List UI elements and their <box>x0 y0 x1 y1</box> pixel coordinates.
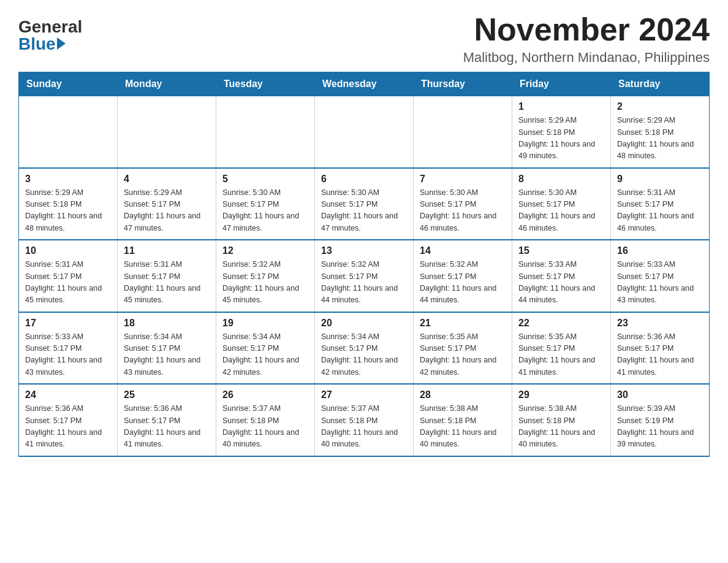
day-of-week-header: Sunday <box>19 72 118 96</box>
day-number: 22 <box>518 318 604 329</box>
day-number: 23 <box>617 318 703 329</box>
day-sun-info: Sunrise: 5:30 AMSunset: 5:17 PMDaylight:… <box>222 187 308 235</box>
day-number: 29 <box>518 389 604 400</box>
calendar-day-cell: 18Sunrise: 5:34 AMSunset: 5:17 PMDayligh… <box>118 312 216 385</box>
day-sun-info: Sunrise: 5:29 AMSunset: 5:18 PMDaylight:… <box>617 115 703 163</box>
day-number: 11 <box>124 245 210 256</box>
day-sun-info: Sunrise: 5:34 AMSunset: 5:17 PMDaylight:… <box>321 331 407 379</box>
day-of-week-header: Monday <box>118 72 216 96</box>
calendar-day-cell <box>414 96 512 168</box>
day-sun-info: Sunrise: 5:39 AMSunset: 5:19 PMDaylight:… <box>617 403 703 451</box>
calendar-day-cell: 14Sunrise: 5:32 AMSunset: 5:17 PMDayligh… <box>414 240 512 312</box>
day-number: 18 <box>124 318 210 329</box>
day-number: 8 <box>518 174 604 185</box>
logo: General Blue <box>18 18 82 53</box>
calendar-day-cell: 1Sunrise: 5:29 AMSunset: 5:18 PMDaylight… <box>512 96 611 168</box>
day-number: 17 <box>25 318 111 329</box>
day-sun-info: Sunrise: 5:38 AMSunset: 5:18 PMDaylight:… <box>518 403 604 451</box>
day-number: 21 <box>420 318 506 329</box>
day-sun-info: Sunrise: 5:36 AMSunset: 5:17 PMDaylight:… <box>25 403 111 451</box>
calendar-week-row: 10Sunrise: 5:31 AMSunset: 5:17 PMDayligh… <box>19 240 710 312</box>
calendar-day-cell: 6Sunrise: 5:30 AMSunset: 5:17 PMDaylight… <box>315 168 414 240</box>
calendar-day-cell: 5Sunrise: 5:30 AMSunset: 5:17 PMDaylight… <box>216 168 315 240</box>
calendar-day-cell: 3Sunrise: 5:29 AMSunset: 5:18 PMDaylight… <box>19 168 118 240</box>
calendar-table: SundayMondayTuesdayWednesdayThursdayFrid… <box>18 72 710 457</box>
page-header: General Blue November 2024 Malitbog, Nor… <box>18 12 710 66</box>
day-number: 1 <box>518 101 604 112</box>
calendar-body: 1Sunrise: 5:29 AMSunset: 5:18 PMDaylight… <box>19 96 710 456</box>
day-number: 10 <box>25 245 111 256</box>
day-number: 27 <box>321 389 407 400</box>
calendar-day-cell: 16Sunrise: 5:33 AMSunset: 5:17 PMDayligh… <box>611 240 710 312</box>
calendar-day-cell <box>19 96 118 168</box>
day-number: 20 <box>321 318 407 329</box>
day-number: 5 <box>222 174 308 185</box>
day-number: 16 <box>617 245 703 256</box>
day-sun-info: Sunrise: 5:31 AMSunset: 5:17 PMDaylight:… <box>124 259 210 307</box>
day-sun-info: Sunrise: 5:30 AMSunset: 5:17 PMDaylight:… <box>321 187 407 235</box>
day-of-week-header: Wednesday <box>315 72 414 96</box>
calendar-day-cell: 29Sunrise: 5:38 AMSunset: 5:18 PMDayligh… <box>512 384 611 456</box>
location-subtitle: Malitbog, Northern Mindanao, Philippines <box>463 50 710 66</box>
day-sun-info: Sunrise: 5:36 AMSunset: 5:17 PMDaylight:… <box>124 403 210 451</box>
calendar-day-cell: 25Sunrise: 5:36 AMSunset: 5:17 PMDayligh… <box>118 384 216 456</box>
calendar-day-cell: 19Sunrise: 5:34 AMSunset: 5:17 PMDayligh… <box>216 312 315 385</box>
day-sun-info: Sunrise: 5:30 AMSunset: 5:17 PMDaylight:… <box>420 187 506 235</box>
calendar-day-cell: 7Sunrise: 5:30 AMSunset: 5:17 PMDaylight… <box>414 168 512 240</box>
calendar-day-cell: 2Sunrise: 5:29 AMSunset: 5:18 PMDaylight… <box>611 96 710 168</box>
day-number: 7 <box>420 174 506 185</box>
calendar-day-cell: 23Sunrise: 5:36 AMSunset: 5:17 PMDayligh… <box>611 312 710 385</box>
day-number: 9 <box>617 174 703 185</box>
day-sun-info: Sunrise: 5:30 AMSunset: 5:17 PMDaylight:… <box>518 187 604 235</box>
day-number: 6 <box>321 174 407 185</box>
day-sun-info: Sunrise: 5:29 AMSunset: 5:18 PMDaylight:… <box>25 187 111 235</box>
day-sun-info: Sunrise: 5:37 AMSunset: 5:18 PMDaylight:… <box>222 403 308 451</box>
calendar-week-row: 3Sunrise: 5:29 AMSunset: 5:18 PMDaylight… <box>19 168 710 240</box>
day-sun-info: Sunrise: 5:32 AMSunset: 5:17 PMDaylight:… <box>222 259 308 307</box>
day-sun-info: Sunrise: 5:33 AMSunset: 5:17 PMDaylight:… <box>617 259 703 307</box>
day-sun-info: Sunrise: 5:29 AMSunset: 5:17 PMDaylight:… <box>124 187 210 235</box>
calendar-day-cell: 17Sunrise: 5:33 AMSunset: 5:17 PMDayligh… <box>19 312 118 385</box>
day-number: 28 <box>420 389 506 400</box>
calendar-day-cell: 22Sunrise: 5:35 AMSunset: 5:17 PMDayligh… <box>512 312 611 385</box>
day-number: 15 <box>518 245 604 256</box>
day-sun-info: Sunrise: 5:32 AMSunset: 5:17 PMDaylight:… <box>420 259 506 307</box>
day-number: 19 <box>222 318 308 329</box>
calendar-day-cell: 26Sunrise: 5:37 AMSunset: 5:18 PMDayligh… <box>216 384 315 456</box>
calendar-day-cell: 9Sunrise: 5:31 AMSunset: 5:17 PMDaylight… <box>611 168 710 240</box>
day-number: 30 <box>617 389 703 400</box>
calendar-day-cell: 10Sunrise: 5:31 AMSunset: 5:17 PMDayligh… <box>19 240 118 312</box>
calendar-day-cell <box>118 96 216 168</box>
calendar-day-cell: 27Sunrise: 5:37 AMSunset: 5:18 PMDayligh… <box>315 384 414 456</box>
day-number: 4 <box>124 174 210 185</box>
day-sun-info: Sunrise: 5:31 AMSunset: 5:17 PMDaylight:… <box>617 187 703 235</box>
day-sun-info: Sunrise: 5:38 AMSunset: 5:18 PMDaylight:… <box>420 403 506 451</box>
day-number: 24 <box>25 389 111 400</box>
day-sun-info: Sunrise: 5:29 AMSunset: 5:18 PMDaylight:… <box>518 115 604 163</box>
day-of-week-header: Tuesday <box>216 72 315 96</box>
day-sun-info: Sunrise: 5:34 AMSunset: 5:17 PMDaylight:… <box>124 331 210 379</box>
calendar-day-cell: 30Sunrise: 5:39 AMSunset: 5:19 PMDayligh… <box>611 384 710 456</box>
calendar-day-cell <box>315 96 414 168</box>
calendar-week-row: 24Sunrise: 5:36 AMSunset: 5:17 PMDayligh… <box>19 384 710 456</box>
calendar-week-row: 1Sunrise: 5:29 AMSunset: 5:18 PMDaylight… <box>19 96 710 168</box>
calendar-day-cell: 20Sunrise: 5:34 AMSunset: 5:17 PMDayligh… <box>315 312 414 385</box>
day-of-week-header: Thursday <box>414 72 512 96</box>
calendar-header: SundayMondayTuesdayWednesdayThursdayFrid… <box>19 72 710 96</box>
day-number: 12 <box>222 245 308 256</box>
day-sun-info: Sunrise: 5:33 AMSunset: 5:17 PMDaylight:… <box>25 331 111 379</box>
calendar-day-cell: 15Sunrise: 5:33 AMSunset: 5:17 PMDayligh… <box>512 240 611 312</box>
calendar-day-cell: 13Sunrise: 5:32 AMSunset: 5:17 PMDayligh… <box>315 240 414 312</box>
day-number: 3 <box>25 174 111 185</box>
day-sun-info: Sunrise: 5:35 AMSunset: 5:17 PMDaylight:… <box>518 331 604 379</box>
day-number: 14 <box>420 245 506 256</box>
title-section: November 2024 Malitbog, Northern Mindana… <box>463 12 710 66</box>
calendar-day-cell <box>216 96 315 168</box>
day-sun-info: Sunrise: 5:32 AMSunset: 5:17 PMDaylight:… <box>321 259 407 307</box>
day-number: 13 <box>321 245 407 256</box>
calendar-day-cell: 4Sunrise: 5:29 AMSunset: 5:17 PMDaylight… <box>118 168 216 240</box>
logo-general-text: General <box>18 18 82 36</box>
day-number: 2 <box>617 101 703 112</box>
calendar-day-cell: 24Sunrise: 5:36 AMSunset: 5:17 PMDayligh… <box>19 384 118 456</box>
day-sun-info: Sunrise: 5:31 AMSunset: 5:17 PMDaylight:… <box>25 259 111 307</box>
